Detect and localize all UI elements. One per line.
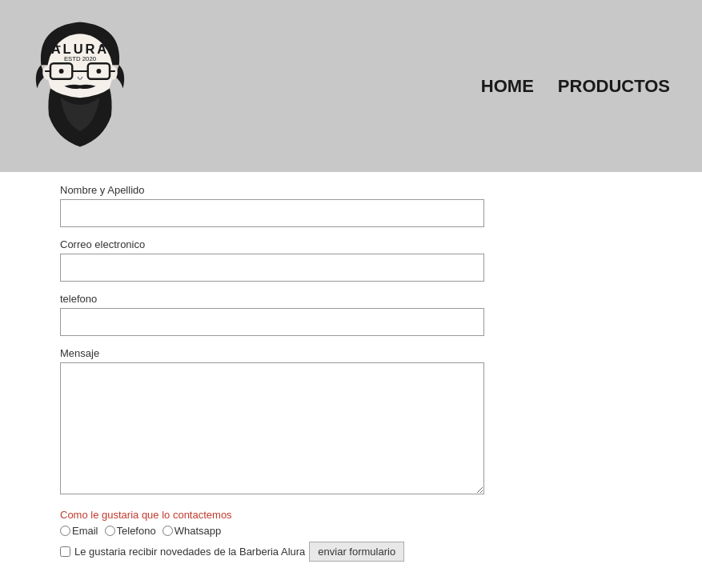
phone-label: telefono xyxy=(60,293,642,305)
radio-email-item[interactable]: Email xyxy=(60,525,98,537)
radio-telefono-label: Telefono xyxy=(117,525,156,537)
logo-icon: ALURA ESTD 2020 xyxy=(16,10,144,162)
svg-point-9 xyxy=(96,69,101,74)
svg-point-8 xyxy=(59,69,64,74)
contact-preference-section: Como le gustaria que lo contactemos Emai… xyxy=(60,509,642,562)
radio-whatsapp-label: Whatsapp xyxy=(174,525,222,537)
newsletter-row: Le gustaria recibir novedades de la Barb… xyxy=(60,542,642,562)
name-group: Nombre y Apellido xyxy=(60,184,642,227)
contact-form-area: Nombre y Apellido Correo electronico tel… xyxy=(0,172,702,586)
submit-button[interactable]: enviar formulario xyxy=(309,542,404,562)
radio-whatsapp[interactable] xyxy=(162,526,173,536)
contact-radio-group: Email Telefono Whatsapp xyxy=(60,525,642,537)
email-group: Correo electronico xyxy=(60,238,642,282)
email-label: Correo electronico xyxy=(60,238,642,250)
nav-productos[interactable]: PRODUCTOS xyxy=(558,76,670,97)
svg-text:ESTD        2020: ESTD 2020 xyxy=(64,55,97,62)
nav-home[interactable]: HOME xyxy=(481,76,534,97)
radio-email-label: Email xyxy=(72,525,98,537)
radio-telefono-item[interactable]: Telefono xyxy=(105,525,156,537)
navigation: HOME PRODUCTOS xyxy=(481,76,670,97)
message-textarea[interactable] xyxy=(60,362,484,494)
message-group: Mensaje xyxy=(60,347,642,498)
svg-text:ALURA: ALURA xyxy=(51,41,110,56)
radio-whatsapp-item[interactable]: Whatsapp xyxy=(162,525,222,537)
contact-method-label: Como le gustaria que lo contactemos xyxy=(60,509,642,521)
newsletter-checkbox[interactable] xyxy=(60,546,70,557)
radio-telefono[interactable] xyxy=(105,526,115,536)
message-label: Mensaje xyxy=(60,347,642,359)
newsletter-label[interactable]: Le gustaria recibir novedades de la Barb… xyxy=(74,546,305,558)
name-label: Nombre y Apellido xyxy=(60,184,642,196)
header: ALURA ESTD 2020 HOME PRODUCTOS xyxy=(0,0,702,172)
radio-email[interactable] xyxy=(60,526,70,536)
name-input[interactable] xyxy=(60,199,484,227)
logo-area: ALURA ESTD 2020 xyxy=(16,10,144,162)
email-input[interactable] xyxy=(60,254,484,282)
phone-group: telefono xyxy=(60,293,642,336)
phone-input[interactable] xyxy=(60,308,484,336)
